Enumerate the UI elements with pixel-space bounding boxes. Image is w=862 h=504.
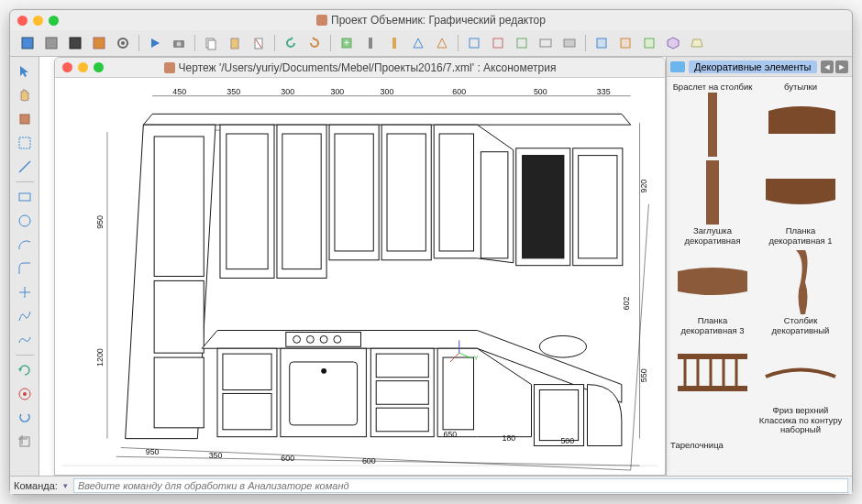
command-input[interactable] <box>73 478 848 493</box>
svg-rect-25 <box>597 38 606 48</box>
tool-paste[interactable] <box>225 33 245 53</box>
tool-cube-gray[interactable] <box>41 33 61 53</box>
view-top[interactable] <box>639 33 659 53</box>
svg-rect-65 <box>439 134 473 251</box>
doc-maximize-button[interactable] <box>94 62 104 72</box>
library-item[interactable]: Фриз верхний Классика по контуру наборны… <box>758 340 843 436</box>
tool-settings[interactable] <box>113 33 133 53</box>
tool-region[interactable] <box>14 132 36 154</box>
tool-freeform[interactable] <box>14 329 36 351</box>
svg-rect-115 <box>678 354 747 359</box>
tool-rect[interactable] <box>14 186 36 208</box>
main-titlebar[interactable]: Проект Объемник: Графический редактор <box>10 10 852 30</box>
minimize-button[interactable] <box>33 16 43 26</box>
tool-line[interactable] <box>14 156 36 178</box>
svg-rect-16 <box>369 38 372 49</box>
view-box3[interactable] <box>512 33 532 53</box>
tool-crop[interactable] <box>14 431 36 453</box>
tool-bolt1[interactable] <box>360 33 381 53</box>
tool-circle[interactable] <box>14 210 36 232</box>
toolbar-separator <box>274 35 275 51</box>
tool-redo[interactable] <box>304 33 325 53</box>
svg-point-80 <box>334 335 341 343</box>
library-item[interactable]: Планка декоративная 3 <box>670 250 755 336</box>
svg-rect-70 <box>579 156 617 258</box>
view-box5[interactable] <box>559 33 580 53</box>
tool-copy[interactable] <box>201 33 221 53</box>
tool-trim[interactable] <box>14 281 36 303</box>
svg-rect-54 <box>154 280 204 353</box>
view-front[interactable] <box>591 33 612 53</box>
view-persp[interactable] <box>687 33 707 53</box>
svg-line-30 <box>19 161 30 172</box>
panel-next-button[interactable]: ► <box>835 60 848 73</box>
tool-select[interactable] <box>14 60 36 82</box>
svg-text:950: 950 <box>95 215 105 229</box>
doc-close-button[interactable] <box>62 62 72 72</box>
view-side[interactable] <box>615 33 635 53</box>
view-box4[interactable] <box>536 33 556 53</box>
library-item[interactable]: Столбик декоративный <box>758 250 843 336</box>
svg-rect-85 <box>376 381 428 405</box>
tool-bolt2[interactable] <box>384 33 404 53</box>
app-title: Проект Объемник: Графический редактор <box>10 14 852 27</box>
svg-rect-86 <box>376 408 428 432</box>
tool-cube-orange[interactable] <box>89 33 109 53</box>
library-item[interactable] <box>670 340 755 436</box>
library-item[interactable]: Заглушка декоративная <box>670 160 755 247</box>
tool-arc[interactable] <box>14 234 36 256</box>
tool-camera[interactable] <box>169 33 189 53</box>
tool-undo[interactable] <box>281 33 301 53</box>
library-item[interactable]: Планка декоративная 1 <box>758 160 843 247</box>
svg-point-78 <box>306 335 314 343</box>
separator <box>16 355 34 356</box>
maximize-button[interactable] <box>49 16 59 26</box>
svg-rect-114 <box>706 160 719 225</box>
svg-rect-23 <box>540 39 551 47</box>
view-iso[interactable] <box>663 33 683 53</box>
svg-rect-68 <box>523 156 564 258</box>
tool-play[interactable] <box>145 33 165 53</box>
svg-text:Y: Y <box>473 354 479 362</box>
tool-fillet[interactable] <box>14 257 36 279</box>
tool-hand[interactable] <box>14 84 36 106</box>
view-box1[interactable] <box>464 33 484 53</box>
svg-text:600: 600 <box>362 456 376 466</box>
close-button[interactable] <box>17 16 28 26</box>
tool-cube-blue[interactable] <box>17 33 38 53</box>
tool-cube-dark[interactable] <box>65 33 85 53</box>
panel-prev-button[interactable]: ◄ <box>821 60 834 73</box>
tool-target[interactable] <box>14 383 36 405</box>
library-item[interactable]: Браслет на столбик <box>670 81 755 157</box>
svg-rect-0 <box>22 38 33 49</box>
svg-text:500: 500 <box>534 87 547 96</box>
doc-titlebar[interactable]: Чертеж '/Users/yuriy/Documents/Mebel/Про… <box>55 58 665 78</box>
tool-curve[interactable] <box>14 305 36 327</box>
library-item[interactable]: Тарелочница <box>670 439 848 451</box>
svg-text:600: 600 <box>281 454 294 463</box>
library-title[interactable]: Декоративные элементы <box>689 60 817 73</box>
tool-add[interactable]: + <box>337 33 357 53</box>
toolbar-separator <box>458 35 459 51</box>
doc-title: Чертеж '/Users/yuriy/Documents/Mebel/Про… <box>55 61 665 74</box>
svg-marker-6 <box>151 38 160 48</box>
command-label: Команда: <box>14 480 58 491</box>
svg-rect-21 <box>493 38 503 48</box>
svg-rect-55 <box>154 357 204 428</box>
tool-refresh[interactable] <box>14 407 36 429</box>
tool-cube[interactable] <box>14 108 36 130</box>
tool-rotate[interactable] <box>14 359 36 381</box>
tool-cut1[interactable] <box>408 33 428 53</box>
drawing-canvas[interactable]: 450 350 300 300 300 600 500 335 450 <box>55 78 665 475</box>
library-list[interactable]: Браслет на столбик бутылки Заглушка деко… <box>667 77 852 476</box>
library-item[interactable]: бутылки <box>758 81 843 157</box>
svg-marker-51 <box>143 114 630 125</box>
library-panel: Декоративные элементы ◄ ► Браслет на сто… <box>666 57 852 476</box>
svg-rect-24 <box>564 39 575 47</box>
tool-delete[interactable] <box>249 33 269 53</box>
view-box2[interactable] <box>488 33 508 53</box>
command-dropdown-icon[interactable]: ▾ <box>63 481 68 490</box>
tool-cut2[interactable] <box>432 33 452 53</box>
main-toolbar: + <box>10 30 852 57</box>
doc-minimize-button[interactable] <box>78 62 88 72</box>
